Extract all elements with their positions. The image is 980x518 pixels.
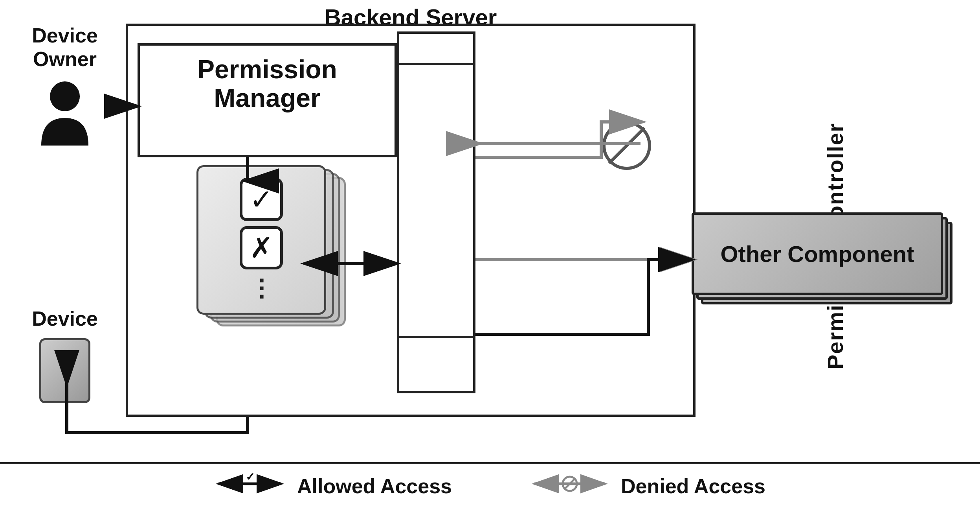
svg-text:✓: ✓ bbox=[245, 472, 254, 483]
svg-line-2 bbox=[609, 128, 644, 163]
legend-area: ✓ Allowed Access bbox=[0, 472, 980, 500]
device-owner-label: Device Owner bbox=[12, 24, 118, 71]
svg-point-0 bbox=[50, 81, 80, 111]
card-stack: ✓ ✗ ⋮ bbox=[196, 165, 346, 334]
other-comp-stack: Other Component bbox=[692, 212, 943, 295]
device-icon bbox=[39, 338, 90, 403]
permission-manager-label: Permission Manager bbox=[149, 55, 385, 112]
other-component-label: Other Component bbox=[721, 241, 914, 267]
denied-access-label: Denied Access bbox=[621, 474, 765, 498]
device-label: Device bbox=[12, 307, 118, 330]
legend-denied-item: Denied Access bbox=[530, 472, 765, 500]
permission-controller-inner bbox=[397, 63, 475, 338]
dots-label: ⋮ bbox=[250, 275, 273, 302]
no-entry-sign bbox=[601, 120, 652, 171]
device-owner-area: Device Owner bbox=[12, 24, 118, 142]
allowed-access-label: Allowed Access bbox=[297, 474, 452, 498]
device-area: Device bbox=[12, 307, 118, 403]
cross-icon: ✗ bbox=[240, 226, 283, 269]
legend-line bbox=[0, 462, 980, 464]
card-front: ✓ ✗ ⋮ bbox=[196, 165, 326, 315]
denied-arrow-icon bbox=[530, 472, 609, 500]
allowed-arrow-icon: ✓ bbox=[215, 472, 285, 500]
other-comp-front: Other Component bbox=[692, 212, 943, 295]
person-icon bbox=[37, 79, 92, 142]
permissions-area: ✓ ✗ ⋮ bbox=[169, 165, 373, 358]
checkmark-icon: ✓ bbox=[240, 178, 283, 221]
legend-allowed-item: ✓ Allowed Access bbox=[215, 472, 452, 500]
diagram-container: Backend Server Permission Controller Per… bbox=[0, 0, 980, 518]
other-component-area: Other Component bbox=[692, 212, 943, 295]
